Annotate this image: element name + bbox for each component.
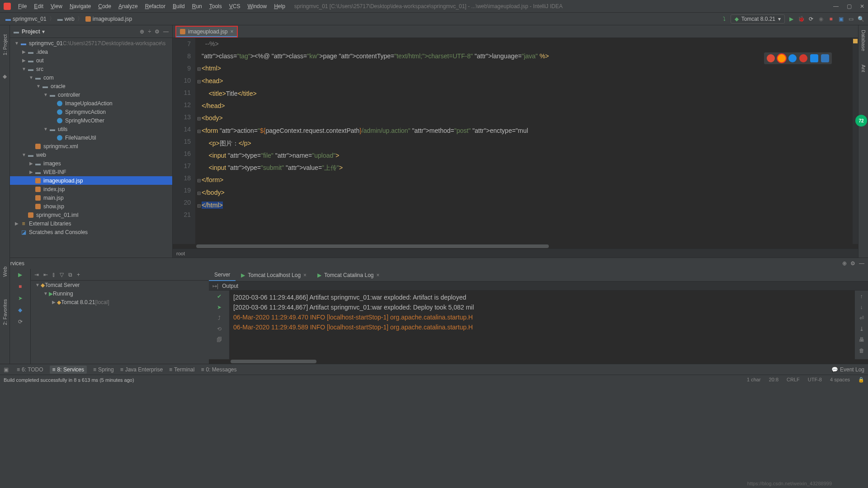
editor-breadcrumb[interactable]: root xyxy=(173,249,858,258)
funnel-icon[interactable]: ▽ xyxy=(60,272,64,278)
tool-window-button[interactable]: ≡ Terminal xyxy=(169,366,194,374)
gear-icon[interactable]: ⚙ xyxy=(155,28,160,35)
target-icon[interactable]: ⊕ xyxy=(842,260,847,267)
menu-window[interactable]: Window xyxy=(244,3,270,9)
layout-icon[interactable]: ▭ xyxy=(847,15,854,23)
menu-file[interactable]: File xyxy=(14,3,30,9)
tree-item[interactable]: ▶▬.idea xyxy=(10,47,172,56)
tree-item[interactable]: ▼▬oracle xyxy=(10,82,172,90)
restart-icon[interactable]: ⟲ xyxy=(217,326,222,332)
divide-icon[interactable]: ÷ xyxy=(148,28,151,35)
tree-item[interactable]: FileNameUtil xyxy=(10,133,172,142)
scroll-end-icon[interactable]: ⤓ xyxy=(859,326,864,332)
commit-icon[interactable]: ◆ xyxy=(3,73,7,80)
output-tab[interactable]: Server xyxy=(209,269,236,281)
tree-item[interactable]: ▼▬utils xyxy=(10,125,172,133)
menu-build[interactable]: Build xyxy=(169,3,189,9)
tool-window-button[interactable]: ≡ 6: TODO xyxy=(17,366,43,374)
menu-edit[interactable]: Edit xyxy=(30,3,47,9)
menu-analyze[interactable]: Analyze xyxy=(115,3,142,9)
refresh-icon[interactable]: ⟳ xyxy=(18,319,23,325)
collapse-icon[interactable]: ⇤ xyxy=(43,272,48,278)
menu-vcs[interactable]: VCS xyxy=(226,3,244,9)
up-icon[interactable]: ⤴ xyxy=(218,315,221,321)
tree-item[interactable]: ▼▬com xyxy=(10,73,172,82)
crumb-0[interactable]: ▬ springmvc_01 xyxy=(4,16,48,22)
tool-window-button[interactable]: ≡ Spring xyxy=(93,366,114,374)
web-tool-button[interactable]: Web xyxy=(2,267,8,277)
maximize-icon[interactable]: ▢ xyxy=(847,3,852,9)
deploy-icon[interactable]: ◆ xyxy=(18,307,22,313)
console-hscroll[interactable] xyxy=(209,359,868,364)
tree-item[interactable]: ▶▬out xyxy=(10,56,172,65)
search-icon[interactable]: 🔍 xyxy=(857,15,864,23)
services-tree-item[interactable]: ▼◆ Tomcat Server xyxy=(31,281,209,289)
editor-hscroll[interactable] xyxy=(173,244,858,249)
profile-icon[interactable]: ◉ xyxy=(817,15,825,23)
event-log-button[interactable]: 💬 Event Log xyxy=(831,366,864,373)
ant-tool-button[interactable]: Ant xyxy=(861,65,866,72)
tool-window-button[interactable]: ≡ Java Enterprise xyxy=(120,366,163,374)
status-item[interactable]: 4 spaces xyxy=(830,377,850,383)
code-area[interactable]: --%>"attr">class="tag"><%@ "attr">class=… xyxy=(195,38,858,244)
tree-item[interactable]: main.jsp xyxy=(10,193,172,202)
tool-window-button[interactable]: ≡ 8: Services xyxy=(50,366,87,374)
status-item[interactable]: CRLF xyxy=(787,377,800,383)
project-tool-button[interactable]: 1: Project xyxy=(2,34,8,55)
run-icon[interactable]: ▶ xyxy=(18,272,22,278)
chrome-icon[interactable] xyxy=(767,54,775,62)
menu-navigate[interactable]: Navigate xyxy=(66,3,94,9)
hide-icon[interactable]: — xyxy=(859,260,864,267)
lock-icon[interactable]: 🔒 xyxy=(858,377,864,383)
wrap-icon[interactable]: ⏎ xyxy=(859,315,864,321)
tree-item[interactable]: springmvc_01.iml xyxy=(10,211,172,219)
stop-running-icon[interactable]: ■ xyxy=(19,283,22,290)
services-tree-item[interactable]: ▼▶ Running xyxy=(31,289,209,298)
group-icon[interactable]: ⧉ xyxy=(68,272,72,278)
favorites-tool-button[interactable]: 2: Favorites xyxy=(2,299,8,325)
expand-icon[interactable]: ⇥ xyxy=(34,272,39,278)
tree-item[interactable]: show.jsp xyxy=(10,202,172,211)
tree-item[interactable]: ▼▬src xyxy=(10,65,172,73)
debug-icon[interactable]: 🐞 xyxy=(797,15,805,23)
add-icon[interactable]: + xyxy=(77,272,80,278)
firefox-icon[interactable] xyxy=(777,53,787,63)
close-icon[interactable]: ✕ xyxy=(860,3,864,9)
menu-help[interactable]: Help xyxy=(270,3,289,9)
database-tool-button[interactable]: Database xyxy=(861,30,866,51)
safari-icon[interactable] xyxy=(788,54,797,62)
run-config-selector[interactable]: ◆ Tomcat 8.0.21 ▾ xyxy=(731,14,785,23)
tree-item[interactable]: SpringMvcOther xyxy=(10,116,172,125)
tree-item[interactable]: imageupload.jsp xyxy=(10,176,172,185)
status-item[interactable]: UTF-8 xyxy=(808,377,822,383)
tree-item[interactable]: ▼▬web xyxy=(10,150,172,159)
status-item[interactable]: 20:8 xyxy=(769,377,778,383)
tree-item[interactable]: index.jsp xyxy=(10,185,172,193)
crumb-1[interactable]: ▬ web xyxy=(56,16,76,22)
tree-item[interactable]: ▼▬controller xyxy=(10,90,172,99)
up-arrow-icon[interactable]: ↑ xyxy=(860,293,863,300)
menu-run[interactable]: Run xyxy=(189,3,206,9)
crumb-2[interactable]: imageupload.jsp xyxy=(84,16,134,22)
stop-icon[interactable]: ■ xyxy=(827,15,835,23)
run-icon[interactable]: ▶ xyxy=(788,15,795,23)
menu-view[interactable]: View xyxy=(47,3,66,9)
output-tab[interactable]: ▶ Tomcat Localhost Log × xyxy=(236,269,312,281)
menu-code[interactable]: Code xyxy=(94,3,115,9)
services-tree[interactable]: ⇥ ⇤ ⫿ ▽ ⧉ + ▼◆ Tomcat Server▼▶ Running▶◆… xyxy=(31,269,209,364)
close-tab-icon[interactable]: × xyxy=(230,28,233,35)
edge-icon[interactable] xyxy=(821,54,829,62)
status-item[interactable]: 1 char xyxy=(747,377,761,383)
output-tab[interactable]: ▶ Tomcat Catalina Log × xyxy=(312,269,385,281)
project-tree[interactable]: ▼▬springmvc_01 C:\Users\25717\Desktop\id… xyxy=(10,38,172,258)
play-icon[interactable]: ➤ xyxy=(217,304,222,310)
tree-item[interactable]: ▶≡External Libraries xyxy=(10,219,172,228)
print-icon[interactable]: 🖶 xyxy=(859,337,864,343)
menu-refactor[interactable]: Refactor xyxy=(142,3,169,9)
rerun-icon[interactable]: ➤ xyxy=(18,295,23,301)
tree-item[interactable]: springmvc.xml xyxy=(10,142,172,150)
chevron-down-icon[interactable]: ▾ xyxy=(42,28,45,35)
file-tab-imageupload[interactable]: imageupload.jsp × xyxy=(175,26,238,38)
minimize-icon[interactable]: — xyxy=(833,3,839,9)
dump-icon[interactable]: 🗐 xyxy=(217,337,222,343)
